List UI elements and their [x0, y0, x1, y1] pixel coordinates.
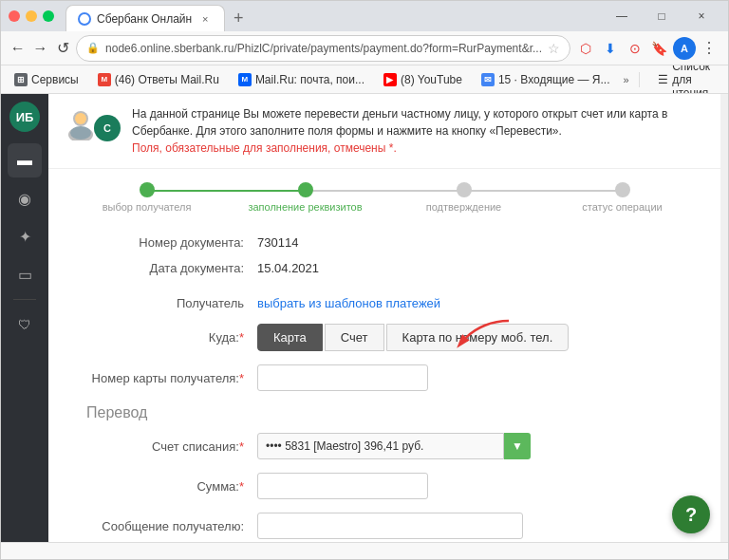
- page-content: С На данной странице Вы можете перевести…: [48, 94, 720, 542]
- doc-date-row: Дата документа: 15.04.2021: [86, 261, 682, 275]
- amount-row: Сумма:*: [86, 473, 682, 499]
- sidebar: ИБ ▬ ◉ ✦ ▭ 🛡: [1, 94, 48, 542]
- monitor-icon: ◉: [18, 190, 31, 208]
- card-number-input[interactable]: [257, 364, 428, 391]
- sidebar-avatar: ИБ: [9, 102, 40, 132]
- address-bar[interactable]: 🔒 node6.online.sberbank.ru/PhizlC/privat…: [76, 35, 570, 62]
- message-label: Сообщение получателю:: [86, 519, 257, 533]
- menu-icon[interactable]: ⋮: [698, 37, 720, 60]
- mailru-icon: M: [238, 73, 252, 86]
- bookmark-mailru[interactable]: M Mail.Ru: почта, пои...: [233, 71, 370, 88]
- tab-bar: Сбербанк Онлайн × + — □ ×: [65, 1, 720, 31]
- win-minimize-btn[interactable]: [26, 10, 37, 22]
- account-icon[interactable]: A: [673, 37, 696, 60]
- step-details: заполнение реквизитов: [226, 182, 384, 213]
- shield-icon: 🛡: [18, 317, 31, 332]
- arrow-indicator: [457, 316, 514, 352]
- steps-bar: выбор получателя заполнение реквизитов п…: [48, 169, 720, 226]
- tab-close-btn[interactable]: ×: [197, 11, 213, 27]
- bookmark-mailru-answers-label: (46) Ответы Mail.Ru: [115, 73, 219, 86]
- account-select-arrow[interactable]: ▼: [504, 433, 531, 459]
- step-dot-recipient: [140, 182, 155, 197]
- star-icon[interactable]: ☆: [548, 41, 560, 56]
- reading-list-btn[interactable]: ☰ Список для чтения: [652, 65, 720, 94]
- opera-icon[interactable]: ⊙: [624, 37, 646, 60]
- bookmarks-more-btn[interactable]: »: [624, 74, 629, 85]
- step-status: статус операции: [543, 182, 701, 213]
- sberbank-logo-svg: С: [94, 115, 121, 141]
- step-label-status: статус операции: [582, 201, 662, 213]
- window-controls: [9, 10, 54, 22]
- transfer-section: Перевод Счет списания:* •••• 5831 [Maest…: [48, 404, 720, 539]
- download-icon[interactable]: ⬇: [599, 37, 622, 60]
- bookmark-mailru-answers[interactable]: M (46) Ответы Mail.Ru: [92, 71, 225, 88]
- bookmarks-separator: [639, 72, 640, 87]
- recipient-template-link[interactable]: выбрать из шаблонов платежей: [257, 296, 440, 310]
- step-label-confirm: подтверждение: [426, 201, 501, 213]
- transfer-title: Перевод: [86, 404, 682, 421]
- message-input[interactable]: [257, 513, 523, 539]
- destination-row: Куда:* Карта Счет Карта по номеру моб. т…: [48, 324, 720, 351]
- step-label-details: заполнение реквизитов: [248, 201, 362, 213]
- doc-date-label: Дата документа:: [86, 261, 257, 275]
- step-recipient: выбор получателя: [67, 182, 226, 213]
- win-maximize-ctrl[interactable]: □: [643, 2, 681, 30]
- bookmark-inbox-label: 15 · Входящие — Я...: [498, 73, 610, 86]
- nav-extras: ⬡ ⬇ ⊙ 🔖 A ⋮: [574, 37, 720, 60]
- sidebar-item-star[interactable]: ✦: [8, 219, 42, 253]
- refresh-btn[interactable]: ↺: [53, 35, 72, 62]
- svg-point-0: [80, 14, 89, 24]
- win-close-btn[interactable]: [9, 10, 20, 22]
- step-confirm: подтверждение: [384, 182, 543, 213]
- dest-btn-account[interactable]: Счет: [325, 324, 384, 351]
- lock-icon: 🔒: [86, 42, 100, 54]
- info-main-text: На данной странице Вы можете перевести д…: [132, 107, 667, 138]
- reading-list-icon: ☰: [658, 73, 668, 86]
- info-block: С На данной странице Вы можете перевести…: [48, 94, 720, 169]
- browser-window: Сбербанк Онлайн × + — □ × ← → ↺ 🔒 node6.…: [0, 0, 729, 560]
- win-close-ctrl[interactable]: ×: [682, 2, 720, 30]
- scrollbar[interactable]: [720, 94, 728, 542]
- card-number-label: Номер карты получателя:*: [86, 371, 257, 385]
- sidebar-item-card[interactable]: ▬: [8, 143, 42, 177]
- bookmark-youtube[interactable]: ▶ (8) YouTube: [378, 71, 468, 88]
- card-number-row: Номер карты получателя:*: [48, 364, 720, 391]
- account-select[interactable]: •••• 5831 [Maestro] 396,41 руб.: [257, 433, 504, 459]
- tab-title: Сбербанк Онлайн: [97, 12, 192, 26]
- youtube-icon: ▶: [383, 73, 397, 86]
- window-buttons: — □ ×: [603, 1, 720, 31]
- win-minimize-ctrl[interactable]: —: [603, 2, 641, 30]
- step-dot-confirm: [457, 182, 472, 197]
- recipient-label: Получатель: [86, 296, 257, 310]
- address-text: node6.online.sberbank.ru/PhizlC/private/…: [105, 42, 542, 55]
- svg-point-4: [70, 126, 91, 140]
- active-tab[interactable]: Сбербанк Онлайн ×: [65, 5, 225, 31]
- sidebar-item-shield[interactable]: 🛡: [8, 308, 42, 342]
- pdf-icon[interactable]: ⬡: [574, 37, 597, 60]
- bookmark-services[interactable]: ⊞ Сервисы: [9, 71, 84, 88]
- account-row: Счет списания:* •••• 5831 [Maestro] 396,…: [86, 433, 682, 459]
- info-text: На данной странице Вы можете перевести д…: [132, 105, 705, 157]
- inbox-icon: ✉: [481, 73, 495, 86]
- help-button[interactable]: ?: [672, 495, 710, 533]
- win-maximize-btn[interactable]: [43, 10, 54, 22]
- sidebar-item-monitor[interactable]: ◉: [8, 181, 42, 215]
- bookmark-inbox[interactable]: ✉ 15 · Входящие — Я...: [476, 71, 616, 88]
- dest-btn-card[interactable]: Карта: [257, 324, 323, 351]
- forward-btn[interactable]: →: [31, 35, 50, 62]
- back-btn[interactable]: ←: [9, 35, 28, 62]
- nav-bar: ← → ↺ 🔒 node6.online.sberbank.ru/PhizlC/…: [1, 31, 728, 65]
- new-tab-btn[interactable]: +: [225, 5, 252, 31]
- mailru-answers-icon: M: [98, 73, 111, 86]
- bookmarks-bar: ⊞ Сервисы M (46) Ответы Mail.Ru M Mail.R…: [1, 65, 728, 94]
- step-label-recipient: выбор получателя: [103, 201, 192, 213]
- sidebar-item-folder[interactable]: ▭: [8, 257, 42, 291]
- amount-input[interactable]: [257, 473, 428, 499]
- content-area: ИБ ▬ ◉ ✦ ▭ 🛡: [1, 94, 728, 542]
- bookmark-youtube-label: (8) YouTube: [401, 73, 462, 86]
- bookmark-icon[interactable]: 🔖: [648, 37, 671, 60]
- recipient-row: Получатель выбрать из шаблонов платежей: [48, 296, 720, 310]
- amount-label: Сумма:*: [86, 479, 257, 494]
- folder-icon: ▭: [18, 266, 32, 284]
- reading-list-label: Список для чтения: [672, 65, 715, 94]
